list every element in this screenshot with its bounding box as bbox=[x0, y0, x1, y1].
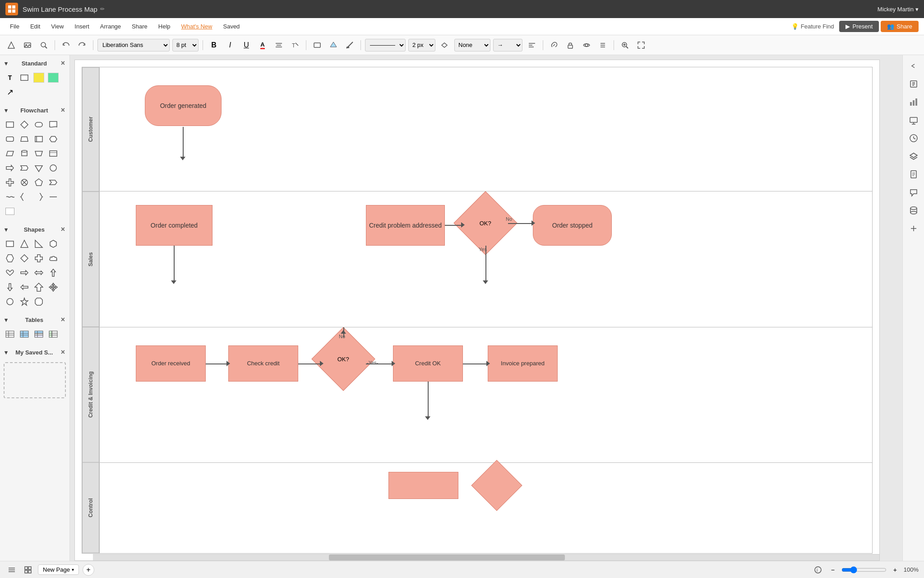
s-rect[interactable] bbox=[4, 238, 16, 250]
menu-whats-new[interactable]: What's New bbox=[177, 21, 217, 32]
fc-line[interactable] bbox=[47, 191, 60, 203]
zoom-in-button[interactable] bbox=[618, 39, 632, 51]
format-button[interactable] bbox=[525, 39, 539, 51]
flowchart-close[interactable]: × bbox=[61, 106, 65, 114]
fc-pentagon[interactable] bbox=[32, 176, 45, 189]
share-button[interactable]: 👥 Share bbox=[881, 21, 919, 32]
extra-button[interactable] bbox=[596, 39, 610, 51]
fc-circle-x[interactable] bbox=[18, 176, 31, 189]
fc-rect2[interactable] bbox=[32, 133, 45, 145]
scrollbar-thumb[interactable] bbox=[329, 555, 565, 560]
clock-icon[interactable] bbox=[906, 130, 922, 146]
s-arrows-4[interactable] bbox=[47, 281, 60, 294]
grid-view-icon[interactable] bbox=[22, 564, 34, 576]
invoice-prepared-shape[interactable]: Invoice prepared bbox=[488, 345, 558, 382]
font-family-select[interactable]: Liberation Sans bbox=[97, 39, 170, 51]
s-cross[interactable] bbox=[32, 252, 45, 265]
menu-file[interactable]: File bbox=[5, 21, 24, 32]
bold-button[interactable]: B bbox=[207, 39, 221, 51]
comment-icon[interactable] bbox=[906, 184, 922, 200]
menu-edit[interactable]: Edit bbox=[26, 21, 45, 32]
align-button[interactable] bbox=[272, 39, 286, 51]
text-shape[interactable]: T bbox=[4, 71, 16, 84]
check-credit-shape[interactable]: Check credit bbox=[228, 345, 298, 382]
waypoint-button[interactable] bbox=[438, 39, 452, 51]
s-arrow-left2[interactable] bbox=[18, 281, 31, 294]
s-star[interactable] bbox=[18, 295, 31, 308]
order-stopped-shape[interactable]: Order stopped bbox=[533, 205, 612, 246]
format-panel-icon[interactable] bbox=[906, 76, 922, 92]
fc-stadium[interactable] bbox=[32, 118, 45, 131]
search-button[interactable] bbox=[37, 39, 51, 51]
menu-insert[interactable]: Insert bbox=[70, 21, 94, 32]
rect-shape[interactable] bbox=[18, 71, 31, 84]
s-triangle[interactable] bbox=[18, 238, 31, 250]
visibility-button[interactable] bbox=[580, 39, 593, 51]
fc-cross[interactable] bbox=[4, 176, 16, 189]
fc-rect3[interactable] bbox=[47, 147, 60, 160]
layers-icon[interactable] bbox=[906, 148, 922, 164]
t-table3[interactable] bbox=[32, 328, 45, 340]
right-collapse-button[interactable] bbox=[906, 58, 922, 74]
fc-chevron[interactable] bbox=[18, 162, 31, 174]
s-heart[interactable] bbox=[4, 266, 16, 279]
control-shape-2[interactable] bbox=[471, 460, 522, 511]
s-octagon[interactable] bbox=[32, 295, 45, 308]
menu-share[interactable]: Share bbox=[127, 21, 152, 32]
s-arrow-down[interactable] bbox=[4, 281, 16, 294]
fc-color-box[interactable] bbox=[4, 205, 16, 218]
order-completed-shape[interactable]: Order completed bbox=[136, 205, 213, 246]
order-generated-shape[interactable]: Order generated bbox=[145, 85, 222, 126]
zoom-out-button[interactable]: − bbox=[827, 564, 839, 576]
arrow-end-select[interactable]: → bbox=[493, 39, 522, 51]
extras-icon[interactable] bbox=[906, 220, 922, 237]
fc-trapezoid[interactable] bbox=[18, 133, 31, 145]
tables-close[interactable]: × bbox=[61, 316, 65, 324]
standard-header[interactable]: ▾ Standard × bbox=[0, 57, 69, 70]
menu-arrange[interactable]: Arrange bbox=[96, 21, 125, 32]
status-icon[interactable]: i bbox=[812, 564, 824, 576]
add-page-button[interactable]: + bbox=[83, 564, 94, 576]
present-panel-icon[interactable] bbox=[906, 112, 922, 128]
menu-help[interactable]: Help bbox=[154, 21, 175, 32]
fc-rect[interactable] bbox=[4, 118, 16, 131]
shapes-button[interactable] bbox=[5, 39, 18, 51]
line-style-select[interactable]: —————— bbox=[365, 39, 406, 51]
zoom-in-toolbar-button[interactable]: + bbox=[889, 564, 901, 576]
saved-close[interactable]: × bbox=[61, 348, 65, 356]
font-color-button[interactable]: A bbox=[256, 39, 269, 51]
database-icon[interactable] bbox=[906, 202, 922, 219]
s-cloud[interactable] bbox=[47, 252, 60, 265]
s-arrow-up2[interactable] bbox=[32, 281, 45, 294]
fc-parallelogram[interactable] bbox=[4, 147, 16, 160]
edit-title-icon[interactable]: ✏ bbox=[100, 6, 105, 12]
link-button[interactable] bbox=[547, 39, 561, 51]
italic-button[interactable]: I bbox=[223, 39, 237, 51]
s-hex2[interactable] bbox=[4, 252, 16, 265]
control-shape-1[interactable] bbox=[388, 472, 458, 499]
s-right-tri[interactable] bbox=[32, 238, 45, 250]
shapes-header[interactable]: ▾ Shapes × bbox=[0, 223, 69, 236]
order-received-shape[interactable]: Order received bbox=[136, 345, 206, 382]
stats-icon[interactable] bbox=[906, 94, 922, 110]
t-table1[interactable] bbox=[4, 328, 16, 340]
user-menu[interactable]: Mickey Martin ▾ bbox=[878, 6, 919, 13]
text-format-button[interactable]: T bbox=[288, 39, 302, 51]
arrow-shape[interactable]: ↗ bbox=[4, 86, 16, 98]
tables-header[interactable]: ▾ Tables × bbox=[0, 313, 69, 326]
credit-ok-shape[interactable]: Credit OK bbox=[393, 345, 463, 382]
fc-triangle-down[interactable] bbox=[32, 162, 45, 174]
fc-arrow-right[interactable] bbox=[4, 162, 16, 174]
fc-circle[interactable] bbox=[47, 162, 60, 174]
horizontal-scrollbar[interactable] bbox=[93, 554, 879, 560]
list-view-icon[interactable] bbox=[5, 564, 18, 576]
menu-saved[interactable]: Saved bbox=[218, 21, 244, 32]
canvas-area[interactable]: Customer Sales Credit & Invoicing Contro… bbox=[70, 55, 902, 561]
fill-color-button[interactable] bbox=[327, 39, 340, 51]
fc-doc[interactable] bbox=[47, 118, 60, 131]
fc-brace[interactable] bbox=[18, 191, 31, 203]
flowchart-header[interactable]: ▾ Flowchart × bbox=[0, 104, 69, 117]
fc-wave[interactable] bbox=[4, 191, 16, 203]
sticky-green[interactable] bbox=[47, 71, 60, 84]
credit-problem-shape[interactable]: Credit problem addressed bbox=[366, 205, 445, 246]
